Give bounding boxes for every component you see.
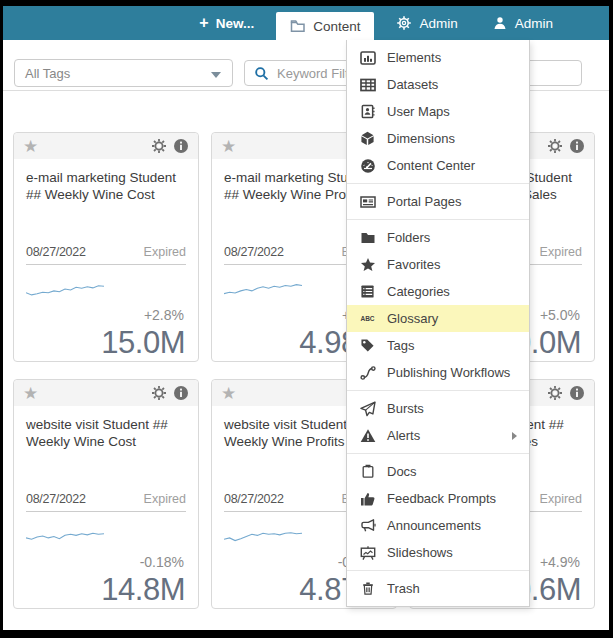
megaphone-icon xyxy=(359,518,376,534)
content-dropdown-menu: ElementsDatasetsUser MapsDimensionsConte… xyxy=(346,40,530,607)
tile-delta: -0.18% xyxy=(28,554,184,570)
menu-item-label: Tags xyxy=(387,338,414,353)
tile-date: 08/27/2022 xyxy=(26,245,86,259)
menu-item-folders[interactable]: Folders xyxy=(347,224,529,251)
menu-item-content-center[interactable]: Content Center xyxy=(347,152,529,179)
metric-tile[interactable]: ★website visit Student ## Weekly Wine Co… xyxy=(13,379,199,609)
menu-divider xyxy=(347,183,529,184)
tile-settings-gear-icon[interactable] xyxy=(151,138,167,154)
thumbs-up-icon xyxy=(359,491,376,507)
new-button-label: New... xyxy=(216,16,255,31)
folder-solid-icon xyxy=(359,230,376,246)
slideshow-icon xyxy=(359,545,376,561)
tile-status-badge: Expired xyxy=(144,245,186,259)
menu-item-datasets[interactable]: Datasets xyxy=(347,71,529,98)
warning-icon xyxy=(359,428,376,444)
workflow-icon xyxy=(359,365,376,381)
menu-item-label: Content Center xyxy=(387,158,475,173)
menu-item-user-maps[interactable]: User Maps xyxy=(347,98,529,125)
tile-info-icon[interactable] xyxy=(569,385,585,401)
menu-item-bursts[interactable]: Bursts xyxy=(347,395,529,422)
caret-down-icon xyxy=(211,72,221,78)
menu-item-label: Datasets xyxy=(387,77,438,92)
tile-sparkline xyxy=(26,275,186,303)
menu-item-label: Elements xyxy=(387,50,441,65)
favorite-star-icon[interactable]: ★ xyxy=(221,385,236,402)
tile-info-icon[interactable] xyxy=(569,138,585,154)
metric-tile[interactable]: ★e-mail marketing Student ## Weekly Wine… xyxy=(13,132,199,362)
chevron-right-icon xyxy=(512,432,517,440)
tile-title[interactable]: website visit Student ## Weekly Wine Cos… xyxy=(26,416,186,466)
menu-divider xyxy=(347,570,529,571)
new-button[interactable]: + New... xyxy=(187,6,266,40)
menu-item-announcements[interactable]: Announcements xyxy=(347,512,529,539)
app-window: + New... Content Admin xyxy=(0,0,613,638)
menu-item-elements[interactable]: Elements xyxy=(347,44,529,71)
tile-settings-gear-icon[interactable] xyxy=(151,385,167,401)
tile-date: 08/27/2022 xyxy=(26,492,86,506)
menu-item-label: Glossary xyxy=(387,311,438,326)
paper-plane-icon xyxy=(359,401,376,417)
menu-item-label: Folders xyxy=(387,230,430,245)
menu-item-slideshows[interactable]: Slideshows xyxy=(347,539,529,566)
menu-item-label: Trash xyxy=(387,581,420,596)
tile-value: 14.8M xyxy=(27,572,185,608)
admin-menu[interactable]: Admin xyxy=(384,6,469,40)
menu-item-portal-pages[interactable]: Portal Pages xyxy=(347,188,529,215)
menu-item-docs[interactable]: Docs xyxy=(347,458,529,485)
tile-status-badge: Expired xyxy=(144,492,186,506)
menu-item-label: Feedback Prompts xyxy=(387,491,496,506)
admin-user-menu[interactable]: Admin xyxy=(480,6,565,40)
menu-item-label: Publishing Workflows xyxy=(387,365,510,380)
menu-item-dimensions[interactable]: Dimensions xyxy=(347,125,529,152)
bar-chart-icon xyxy=(359,50,376,66)
menu-divider xyxy=(347,453,529,454)
folder-outline-icon xyxy=(290,18,306,34)
search-icon xyxy=(254,66,268,80)
favorite-star-icon[interactable]: ★ xyxy=(221,138,236,155)
tile-info-icon[interactable] xyxy=(173,138,189,154)
menu-item-label: User Maps xyxy=(387,104,450,119)
tile-date: 08/27/2022 xyxy=(224,245,284,259)
menu-item-alerts[interactable]: Alerts xyxy=(347,422,529,449)
tile-settings-gear-icon[interactable] xyxy=(547,385,563,401)
menu-item-categories[interactable]: Categories xyxy=(347,278,529,305)
menu-divider xyxy=(347,390,529,391)
favorite-star-icon[interactable]: ★ xyxy=(23,138,38,155)
tile-settings-gear-icon[interactable] xyxy=(547,138,563,154)
top-navigation-bar: + New... Content Admin xyxy=(3,6,609,40)
menu-item-favorites[interactable]: Favorites xyxy=(347,251,529,278)
tile-sparkline xyxy=(26,522,186,550)
tile-date-row: 08/27/2022Expired xyxy=(26,245,186,265)
tile-title[interactable]: e-mail marketing Student ## Weekly Wine … xyxy=(26,169,186,219)
user-icon xyxy=(492,15,508,31)
tile-value: 15.0M xyxy=(27,325,185,361)
tags-filter-value: All Tags xyxy=(25,66,70,81)
menu-item-trash[interactable]: Trash xyxy=(347,575,529,602)
tab-content[interactable]: Content xyxy=(276,12,374,40)
menu-item-publishing-workflows[interactable]: Publishing Workflows xyxy=(347,359,529,386)
star-icon xyxy=(359,257,376,273)
list-icon xyxy=(359,284,376,300)
menu-item-glossary[interactable]: ABCGlossary xyxy=(347,305,529,332)
menu-item-label: Announcements xyxy=(387,518,481,533)
tile-date-row: 08/27/2022Expired xyxy=(26,492,186,512)
tile-header: ★ xyxy=(14,133,198,159)
cube-icon xyxy=(359,131,376,147)
address-book-icon xyxy=(359,104,376,120)
menu-item-label: Docs xyxy=(387,464,417,479)
menu-item-tags[interactable]: Tags xyxy=(347,332,529,359)
menu-item-label: Favorites xyxy=(387,257,440,272)
admin-menu-label: Admin xyxy=(419,16,457,31)
gauge-icon xyxy=(359,158,376,174)
menu-item-feedback-prompts[interactable]: Feedback Prompts xyxy=(347,485,529,512)
admin-user-label: Admin xyxy=(515,16,553,31)
gear-icon xyxy=(396,15,412,31)
doc-icon xyxy=(359,464,376,480)
tile-info-icon[interactable] xyxy=(173,385,189,401)
menu-item-label: Categories xyxy=(387,284,450,299)
menu-item-label: Dimensions xyxy=(387,131,455,146)
tile-status-badge: Expired xyxy=(540,492,582,506)
favorite-star-icon[interactable]: ★ xyxy=(23,385,38,402)
tags-filter-dropdown[interactable]: All Tags xyxy=(14,59,233,87)
